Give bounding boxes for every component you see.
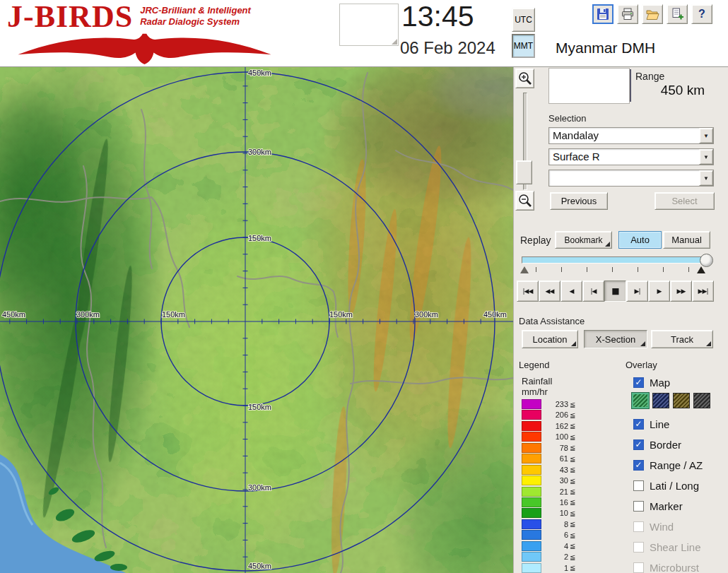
fast-rewind-button[interactable]: ◀◀ bbox=[539, 280, 560, 302]
control-panel: Range 450 km Selection Mandalay ▼ Surfac… bbox=[513, 67, 728, 573]
step-back-button[interactable]: |◀ bbox=[582, 280, 604, 302]
checkbox[interactable] bbox=[633, 542, 644, 553]
overlay-item-microburst[interactable]: Microburst bbox=[633, 560, 703, 573]
checkbox[interactable] bbox=[633, 521, 644, 532]
overlay-item-lati-long[interactable]: Lati / Long bbox=[633, 478, 703, 492]
checkbox[interactable]: ✓ bbox=[633, 439, 644, 450]
legend-row: 6≦ bbox=[522, 530, 575, 540]
utc-button[interactable]: UTC bbox=[512, 8, 535, 32]
legend-unit: Rainfall mm/hr bbox=[522, 376, 552, 397]
checkbox[interactable]: ✓ bbox=[633, 419, 644, 430]
skip-to-end-button[interactable]: ▶▶| bbox=[692, 280, 714, 302]
legend-color-swatch bbox=[522, 399, 541, 409]
extra-select[interactable]: ▼ bbox=[548, 170, 714, 187]
legend-row: 4≦ bbox=[522, 541, 575, 551]
x-section-button[interactable]: X-Section bbox=[584, 330, 647, 348]
checkbox[interactable] bbox=[633, 562, 644, 573]
export-button[interactable] bbox=[667, 4, 688, 24]
range-label: 150km bbox=[248, 234, 271, 242]
legend-value: 78 bbox=[546, 444, 568, 452]
submenu-corner-icon bbox=[605, 242, 610, 247]
legend-color-swatch bbox=[522, 508, 541, 518]
legend-lte-symbol: ≦ bbox=[570, 531, 575, 539]
range-label: 300km bbox=[248, 148, 271, 156]
legend-color-swatch bbox=[522, 552, 541, 562]
overlay-item-wind[interactable]: Wind bbox=[633, 519, 703, 533]
map-color-olive[interactable] bbox=[673, 393, 690, 408]
step-forward-button[interactable]: ▶| bbox=[626, 280, 648, 302]
overlay-item-range-az[interactable]: ✓Range / AZ bbox=[633, 458, 703, 472]
legend-color-swatch bbox=[522, 465, 541, 475]
legend-row: 43≦ bbox=[522, 465, 575, 475]
legend-lte-symbol: ≦ bbox=[570, 422, 575, 430]
manual-button[interactable]: Manual bbox=[663, 231, 710, 249]
legend-unit-line2: mm/hr bbox=[522, 386, 552, 397]
play-reverse-button[interactable]: ◀ bbox=[560, 280, 582, 302]
legend-value: 30 bbox=[546, 476, 568, 485]
fast-forward-button[interactable]: ▶▶ bbox=[670, 280, 692, 302]
mmt-button[interactable]: MMT bbox=[512, 34, 535, 58]
submenu-corner-icon bbox=[706, 341, 711, 346]
checkbox[interactable] bbox=[633, 501, 644, 512]
legend-lte-symbol: ≦ bbox=[570, 520, 575, 528]
overlay-item-shear-line[interactable]: Shear Line bbox=[633, 540, 703, 554]
overlay-item-marker[interactable]: Marker bbox=[633, 499, 703, 513]
bookmark-button[interactable]: Bookmark bbox=[555, 231, 612, 249]
overlay-item-line[interactable]: ✓Line bbox=[633, 417, 703, 431]
legend-value: 21 bbox=[546, 488, 568, 496]
dropdown-arrow-icon[interactable]: ▼ bbox=[699, 149, 713, 165]
zoom-slider-thumb[interactable] bbox=[516, 160, 532, 184]
range-label: 450km bbox=[2, 310, 25, 319]
print-button[interactable] bbox=[617, 4, 638, 24]
extra-select-value bbox=[549, 170, 699, 186]
site-select[interactable]: Mandalay ▼ bbox=[548, 127, 714, 144]
site-select-value: Mandalay bbox=[549, 128, 699, 143]
overlay-item-border[interactable]: ✓Border bbox=[633, 437, 703, 451]
map-color-navy[interactable] bbox=[652, 393, 669, 408]
dropdown-arrow-icon[interactable]: ▼ bbox=[699, 128, 713, 143]
range-label: 150km bbox=[329, 310, 353, 319]
data-assistance-label: Data Assistance bbox=[519, 316, 585, 326]
range-label: 300km bbox=[248, 483, 271, 492]
select-button[interactable]: Select bbox=[654, 192, 715, 210]
replay-slider bbox=[520, 252, 715, 276]
replay-tick bbox=[587, 267, 587, 272]
previous-button[interactable]: Previous bbox=[550, 192, 608, 210]
overlay-item-map[interactable]: ✓ Map bbox=[633, 375, 670, 389]
legend-value: 206 bbox=[546, 410, 568, 419]
auto-button[interactable]: Auto bbox=[618, 231, 662, 249]
map-color-dark-gray[interactable] bbox=[693, 393, 710, 408]
checkbox[interactable]: ✓ bbox=[633, 460, 644, 471]
replay-slider-track[interactable] bbox=[522, 256, 711, 264]
legend-row: 2≦ bbox=[522, 552, 575, 562]
dropdown-arrow-icon[interactable]: ▼ bbox=[699, 170, 713, 186]
replay-slider-knob[interactable] bbox=[700, 254, 713, 267]
logo-title: J-BIRDS bbox=[7, 1, 133, 33]
replay-position-marker-icon bbox=[697, 266, 705, 273]
selection-label: Selection bbox=[548, 113, 586, 124]
legend-lte-symbol: ≦ bbox=[570, 466, 575, 473]
zoom-out-button[interactable] bbox=[515, 191, 534, 211]
map-checkbox[interactable]: ✓ bbox=[633, 377, 644, 388]
zoom-out-icon bbox=[517, 193, 533, 208]
location-button[interactable]: Location bbox=[522, 330, 578, 348]
range-label: 300km bbox=[415, 310, 438, 319]
radar-map-svg: 450km300km150km150km300km450km450km300km… bbox=[0, 67, 513, 573]
legend-value: 1 bbox=[546, 564, 568, 572]
legend-value: 16 bbox=[546, 498, 568, 507]
skip-to-start-button[interactable]: |◀◀ bbox=[517, 280, 539, 302]
legend-color-swatch bbox=[522, 421, 541, 431]
station-name: Myanmar DMH bbox=[556, 40, 655, 57]
eagle-icon bbox=[8, 31, 281, 65]
product-select[interactable]: Surface R ▼ bbox=[548, 148, 714, 165]
zoom-in-button[interactable] bbox=[515, 69, 534, 88]
checkbox[interactable] bbox=[633, 480, 644, 491]
play-button[interactable]: ▶ bbox=[648, 280, 670, 302]
stop-button[interactable]: ■ bbox=[604, 280, 626, 302]
save-button[interactable] bbox=[592, 4, 613, 24]
open-file-button[interactable] bbox=[642, 4, 663, 24]
map-color-green[interactable] bbox=[632, 393, 649, 408]
radar-map[interactable]: 450km300km150km150km300km450km450km300km… bbox=[0, 67, 513, 573]
help-button[interactable]: ? bbox=[691, 4, 712, 24]
track-button[interactable]: Track bbox=[651, 330, 713, 348]
